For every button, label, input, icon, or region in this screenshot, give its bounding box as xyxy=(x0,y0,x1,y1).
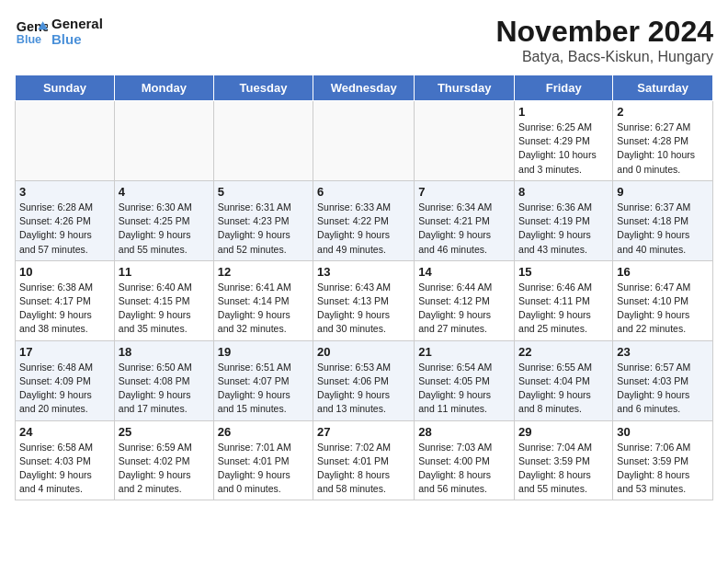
calendar-day-cell: 23Sunrise: 6:57 AM Sunset: 4:03 PM Dayli… xyxy=(613,340,713,420)
calendar-day-cell: 4Sunrise: 6:30 AM Sunset: 4:25 PM Daylig… xyxy=(114,180,213,260)
calendar-week-row: 3Sunrise: 6:28 AM Sunset: 4:26 PM Daylig… xyxy=(16,180,713,260)
day-info: Sunrise: 6:48 AM Sunset: 4:09 PM Dayligh… xyxy=(19,361,110,417)
day-number: 16 xyxy=(617,265,709,279)
day-info: Sunrise: 6:40 AM Sunset: 4:15 PM Dayligh… xyxy=(119,281,210,337)
day-of-week-header: Tuesday xyxy=(213,75,313,101)
calendar-week-row: 24Sunrise: 6:58 AM Sunset: 4:03 PM Dayli… xyxy=(16,420,713,500)
day-number: 1 xyxy=(518,105,609,119)
logo: General Blue General Blue xyxy=(15,15,103,48)
day-info: Sunrise: 6:43 AM Sunset: 4:13 PM Dayligh… xyxy=(317,281,410,337)
calendar-day-cell xyxy=(114,101,213,181)
day-info: Sunrise: 7:01 AM Sunset: 4:01 PM Dayligh… xyxy=(218,441,309,497)
calendar-day-cell: 22Sunrise: 6:55 AM Sunset: 4:04 PM Dayli… xyxy=(515,340,613,420)
day-of-week-header: Thursday xyxy=(415,75,515,101)
calendar-header-row: SundayMondayTuesdayWednesdayThursdayFrid… xyxy=(16,75,713,101)
calendar-day-cell: 17Sunrise: 6:48 AM Sunset: 4:09 PM Dayli… xyxy=(16,340,115,420)
day-info: Sunrise: 7:06 AM Sunset: 3:59 PM Dayligh… xyxy=(617,441,709,497)
day-number: 2 xyxy=(617,105,709,119)
calendar-day-cell: 8Sunrise: 6:36 AM Sunset: 4:19 PM Daylig… xyxy=(515,180,613,260)
calendar-day-cell: 21Sunrise: 6:54 AM Sunset: 4:05 PM Dayli… xyxy=(415,340,515,420)
calendar-day-cell: 25Sunrise: 6:59 AM Sunset: 4:02 PM Dayli… xyxy=(114,420,213,500)
calendar-day-cell: 5Sunrise: 6:31 AM Sunset: 4:23 PM Daylig… xyxy=(213,180,313,260)
calendar-day-cell: 14Sunrise: 6:44 AM Sunset: 4:12 PM Dayli… xyxy=(415,260,515,340)
day-info: Sunrise: 6:31 AM Sunset: 4:23 PM Dayligh… xyxy=(218,201,309,257)
day-of-week-header: Saturday xyxy=(613,75,713,101)
day-number: 17 xyxy=(19,345,110,359)
day-number: 20 xyxy=(317,345,410,359)
day-number: 8 xyxy=(518,185,609,199)
svg-text:Blue: Blue xyxy=(17,33,41,46)
day-info: Sunrise: 6:55 AM Sunset: 4:04 PM Dayligh… xyxy=(518,361,609,417)
day-number: 24 xyxy=(19,425,110,439)
day-number: 5 xyxy=(218,185,309,199)
day-info: Sunrise: 7:04 AM Sunset: 3:59 PM Dayligh… xyxy=(518,441,609,497)
calendar-day-cell xyxy=(313,101,415,181)
day-number: 25 xyxy=(119,425,210,439)
calendar-day-cell: 9Sunrise: 6:37 AM Sunset: 4:18 PM Daylig… xyxy=(613,180,713,260)
day-number: 28 xyxy=(418,425,510,439)
day-info: Sunrise: 6:50 AM Sunset: 4:08 PM Dayligh… xyxy=(119,361,210,417)
day-info: Sunrise: 7:03 AM Sunset: 4:00 PM Dayligh… xyxy=(418,441,510,497)
logo-icon: General Blue xyxy=(15,15,48,48)
day-of-week-header: Friday xyxy=(515,75,613,101)
day-number: 19 xyxy=(218,345,309,359)
day-info: Sunrise: 6:51 AM Sunset: 4:07 PM Dayligh… xyxy=(218,361,309,417)
day-number: 10 xyxy=(19,265,110,279)
calendar-day-cell: 30Sunrise: 7:06 AM Sunset: 3:59 PM Dayli… xyxy=(613,420,713,500)
calendar-week-row: 17Sunrise: 6:48 AM Sunset: 4:09 PM Dayli… xyxy=(16,340,713,420)
calendar-day-cell: 27Sunrise: 7:02 AM Sunset: 4:01 PM Dayli… xyxy=(313,420,415,500)
title-area: November 2024 Batya, Bacs-Kiskun, Hungar… xyxy=(495,15,713,65)
day-number: 22 xyxy=(518,345,609,359)
day-number: 27 xyxy=(317,425,410,439)
day-info: Sunrise: 6:47 AM Sunset: 4:10 PM Dayligh… xyxy=(617,281,709,337)
calendar-day-cell: 15Sunrise: 6:46 AM Sunset: 4:11 PM Dayli… xyxy=(515,260,613,340)
day-number: 7 xyxy=(418,185,510,199)
day-number: 14 xyxy=(418,265,510,279)
day-number: 29 xyxy=(518,425,609,439)
day-number: 13 xyxy=(317,265,410,279)
calendar-day-cell: 10Sunrise: 6:38 AM Sunset: 4:17 PM Dayli… xyxy=(16,260,115,340)
calendar-day-cell: 2Sunrise: 6:27 AM Sunset: 4:28 PM Daylig… xyxy=(613,101,713,181)
day-info: Sunrise: 6:37 AM Sunset: 4:18 PM Dayligh… xyxy=(617,201,709,257)
day-number: 11 xyxy=(119,265,210,279)
calendar-day-cell xyxy=(16,101,115,181)
logo-line1: General xyxy=(51,16,103,31)
day-info: Sunrise: 6:34 AM Sunset: 4:21 PM Dayligh… xyxy=(418,201,510,257)
day-of-week-header: Monday xyxy=(114,75,213,101)
day-number: 15 xyxy=(518,265,609,279)
calendar-day-cell: 7Sunrise: 6:34 AM Sunset: 4:21 PM Daylig… xyxy=(415,180,515,260)
day-number: 30 xyxy=(617,425,709,439)
calendar-day-cell: 20Sunrise: 6:53 AM Sunset: 4:06 PM Dayli… xyxy=(313,340,415,420)
calendar-day-cell: 28Sunrise: 7:03 AM Sunset: 4:00 PM Dayli… xyxy=(415,420,515,500)
calendar-week-row: 10Sunrise: 6:38 AM Sunset: 4:17 PM Dayli… xyxy=(16,260,713,340)
calendar-day-cell: 1Sunrise: 6:25 AM Sunset: 4:29 PM Daylig… xyxy=(515,101,613,181)
calendar-day-cell xyxy=(415,101,515,181)
day-info: Sunrise: 6:44 AM Sunset: 4:12 PM Dayligh… xyxy=(418,281,510,337)
page-subtitle: Batya, Bacs-Kiskun, Hungary xyxy=(495,49,713,65)
day-info: Sunrise: 6:41 AM Sunset: 4:14 PM Dayligh… xyxy=(218,281,309,337)
calendar-day-cell: 13Sunrise: 6:43 AM Sunset: 4:13 PM Dayli… xyxy=(313,260,415,340)
calendar-table: SundayMondayTuesdayWednesdayThursdayFrid… xyxy=(15,75,713,500)
day-number: 6 xyxy=(317,185,410,199)
day-number: 23 xyxy=(617,345,709,359)
calendar-day-cell: 3Sunrise: 6:28 AM Sunset: 4:26 PM Daylig… xyxy=(16,180,115,260)
day-of-week-header: Wednesday xyxy=(313,75,415,101)
page-title: November 2024 xyxy=(495,15,713,49)
calendar-day-cell: 18Sunrise: 6:50 AM Sunset: 4:08 PM Dayli… xyxy=(114,340,213,420)
logo-line2: Blue xyxy=(51,31,103,47)
calendar-day-cell: 29Sunrise: 7:04 AM Sunset: 3:59 PM Dayli… xyxy=(515,420,613,500)
page-header: General Blue General Blue November 2024 … xyxy=(15,15,713,65)
day-of-week-header: Sunday xyxy=(16,75,115,101)
day-info: Sunrise: 6:28 AM Sunset: 4:26 PM Dayligh… xyxy=(19,201,110,257)
calendar-week-row: 1Sunrise: 6:25 AM Sunset: 4:29 PM Daylig… xyxy=(16,101,713,181)
day-number: 18 xyxy=(119,345,210,359)
calendar-day-cell xyxy=(213,101,313,181)
day-info: Sunrise: 6:30 AM Sunset: 4:25 PM Dayligh… xyxy=(119,201,210,257)
day-info: Sunrise: 6:59 AM Sunset: 4:02 PM Dayligh… xyxy=(119,441,210,497)
calendar-day-cell: 19Sunrise: 6:51 AM Sunset: 4:07 PM Dayli… xyxy=(213,340,313,420)
day-number: 4 xyxy=(119,185,210,199)
calendar-day-cell: 12Sunrise: 6:41 AM Sunset: 4:14 PM Dayli… xyxy=(213,260,313,340)
day-info: Sunrise: 6:38 AM Sunset: 4:17 PM Dayligh… xyxy=(19,281,110,337)
day-info: Sunrise: 6:54 AM Sunset: 4:05 PM Dayligh… xyxy=(418,361,510,417)
calendar-day-cell: 16Sunrise: 6:47 AM Sunset: 4:10 PM Dayli… xyxy=(613,260,713,340)
